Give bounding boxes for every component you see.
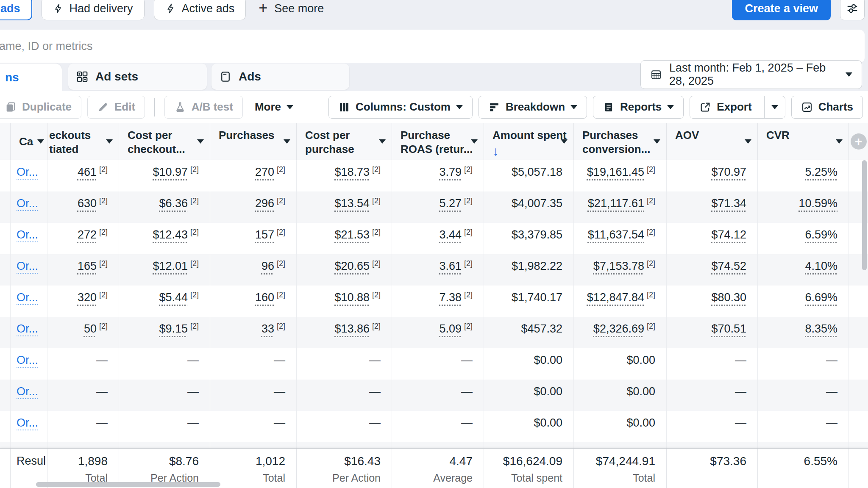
tab-ads[interactable]: Ads bbox=[211, 64, 349, 90]
cell-value[interactable]: 6.59% bbox=[805, 228, 837, 241]
vertical-scrollbar[interactable] bbox=[862, 160, 867, 270]
campaign-name-link[interactable]: Or... bbox=[11, 254, 47, 286]
cell-value[interactable]: $19,161.45 bbox=[587, 166, 644, 178]
cell-value[interactable]: 461 bbox=[78, 166, 97, 178]
chevron-down-icon[interactable] bbox=[561, 139, 568, 144]
cell-value[interactable]: $70.97 bbox=[711, 166, 746, 178]
chevron-down-icon[interactable] bbox=[654, 139, 660, 144]
cell-value[interactable]: $10.88 bbox=[334, 291, 370, 304]
chevron-down-icon[interactable] bbox=[37, 139, 44, 144]
cell-value[interactable]: 160 bbox=[255, 291, 274, 304]
cell-value[interactable]: 7.38 bbox=[439, 291, 462, 304]
cell-value[interactable]: 3.79 bbox=[439, 166, 462, 178]
cell-value[interactable]: $21,117.61 bbox=[588, 197, 644, 210]
cell-value[interactable]: 5.25% bbox=[805, 166, 837, 178]
cell-value[interactable]: 6.69% bbox=[805, 291, 837, 304]
duplicate-button[interactable]: Duplicate bbox=[0, 96, 81, 119]
horizontal-scrollbar[interactable] bbox=[36, 482, 220, 487]
cell-value[interactable]: $9.15 bbox=[159, 322, 188, 335]
cell-value[interactable]: 320 bbox=[78, 291, 97, 304]
filter-pill-all-ads[interactable]: l ads bbox=[0, 0, 32, 20]
campaign-name-link[interactable]: Or... bbox=[11, 317, 47, 348]
chevron-down-icon[interactable] bbox=[471, 139, 478, 144]
filter-pill-had-delivery[interactable]: Had delivery bbox=[42, 0, 145, 20]
cell-value[interactable]: $21.53 bbox=[334, 228, 370, 241]
cell-value[interactable]: $13.86 bbox=[334, 322, 370, 335]
chevron-down-icon[interactable] bbox=[745, 139, 751, 144]
cell-value[interactable]: $12,847.84 bbox=[587, 291, 644, 304]
column-header-campaign[interactable]: Ca bbox=[11, 123, 47, 160]
cell-value[interactable]: 3.61 bbox=[439, 260, 462, 272]
cell-value[interactable]: $12.01 bbox=[153, 260, 188, 272]
cell-value[interactable]: $13.54 bbox=[334, 197, 370, 210]
cell-value[interactable]: 50 bbox=[84, 322, 97, 335]
reports-button[interactable]: Reports bbox=[593, 96, 684, 119]
cell-value[interactable]: $10.97 bbox=[153, 166, 188, 178]
tab-campaigns[interactable]: ns bbox=[0, 64, 62, 92]
cell-value[interactable]: $70.51 bbox=[711, 322, 746, 335]
cell-value[interactable]: $20.65 bbox=[334, 260, 370, 272]
create-view-button[interactable]: Create a view bbox=[732, 0, 831, 20]
export-dropdown-toggle[interactable] bbox=[764, 96, 785, 118]
campaign-name-link[interactable]: Or... bbox=[11, 286, 47, 317]
cell-value[interactable]: 630 bbox=[78, 197, 97, 210]
cell-value[interactable]: 4.10% bbox=[805, 260, 837, 272]
cell-value[interactable]: 270 bbox=[255, 166, 274, 178]
campaign-name-link[interactable]: Or... bbox=[11, 442, 47, 448]
cell-value[interactable]: 165 bbox=[78, 260, 97, 272]
view-settings-button[interactable] bbox=[840, 0, 865, 20]
export-button[interactable]: Export bbox=[690, 96, 785, 119]
breakdown-button[interactable]: Breakdown bbox=[479, 96, 587, 119]
cell-value[interactable]: 96 bbox=[262, 260, 274, 272]
campaign-name-link[interactable]: Or... bbox=[11, 191, 47, 223]
campaign-name-link[interactable]: Or... bbox=[11, 223, 47, 254]
cell-value[interactable]: $18.73 bbox=[334, 166, 370, 178]
column-header-purchases[interactable]: Purchases bbox=[210, 123, 297, 160]
column-header-cvr[interactable]: CVR bbox=[758, 123, 849, 160]
cell-value[interactable]: 157 bbox=[255, 228, 274, 241]
column-header-purchase-roas[interactable]: PurchaseROAS (retur... bbox=[392, 123, 484, 160]
charts-button[interactable]: Charts bbox=[791, 96, 863, 119]
campaign-name-link[interactable]: Or... bbox=[11, 348, 47, 380]
cell-value[interactable]: 296 bbox=[255, 197, 274, 210]
chevron-down-icon[interactable] bbox=[379, 139, 386, 144]
cell-value[interactable]: 3.44 bbox=[439, 228, 462, 241]
cell-value[interactable]: 33 bbox=[262, 322, 274, 335]
chevron-down-icon[interactable] bbox=[284, 139, 290, 144]
cell-value[interactable]: $12.43 bbox=[153, 228, 188, 241]
cell-value[interactable]: $80.30 bbox=[711, 291, 746, 304]
column-header-aov[interactable]: AOV bbox=[667, 123, 758, 160]
chevron-down-icon[interactable] bbox=[197, 139, 204, 144]
cell-value[interactable]: 8.35% bbox=[805, 322, 837, 335]
column-header-purchases-conversion[interactable]: Purchasesconversion... bbox=[574, 123, 667, 160]
cell-value[interactable]: $71.34 bbox=[711, 197, 746, 210]
filter-pill-active-ads[interactable]: Active ads bbox=[154, 0, 246, 20]
see-more-button[interactable]: + See more bbox=[255, 0, 327, 20]
cell-value[interactable]: $2,326.69 bbox=[593, 322, 644, 335]
column-header-cost-per-checkout[interactable]: Cost percheckout... bbox=[119, 123, 210, 160]
columns-button[interactable]: Columns: Custom bbox=[328, 96, 473, 119]
cell-value[interactable]: $11,637.54 bbox=[588, 228, 644, 241]
cell-value[interactable]: $74.12 bbox=[711, 228, 746, 241]
cell-value[interactable]: 5.09 bbox=[439, 322, 462, 335]
campaign-name-link[interactable]: Or... bbox=[11, 380, 47, 411]
edit-button[interactable]: Edit bbox=[87, 96, 145, 119]
add-column-icon[interactable]: + bbox=[851, 133, 867, 150]
cell-value[interactable]: 5.27 bbox=[439, 197, 462, 210]
column-header-cost-per-purchase[interactable]: Cost perpurchase bbox=[297, 123, 392, 160]
column-header-amount-spent[interactable]: Amount spent↓ bbox=[484, 123, 574, 160]
column-header-checkouts-initiated[interactable]: eckoutstiated bbox=[47, 123, 119, 160]
search-bar[interactable]: ame, ID or metrics bbox=[0, 30, 865, 63]
tab-ad-sets[interactable]: Ad sets bbox=[68, 64, 207, 90]
date-range-picker[interactable]: Last month: Feb 1, 2025 – Feb 28, 2025 bbox=[640, 60, 862, 89]
cell-value[interactable]: $6.36 bbox=[159, 197, 188, 210]
sort-desc-icon[interactable]: ↓ bbox=[492, 143, 568, 159]
cell-value[interactable]: $74.52 bbox=[711, 260, 746, 272]
ab-test-button[interactable]: A/B test bbox=[164, 96, 243, 119]
campaign-name-link[interactable]: Or... bbox=[11, 160, 47, 191]
cell-value[interactable]: 272 bbox=[78, 228, 97, 241]
cell-value[interactable]: 10.59% bbox=[798, 197, 837, 210]
chevron-down-icon[interactable] bbox=[106, 139, 113, 144]
more-button[interactable]: More bbox=[249, 96, 299, 119]
cell-value[interactable]: $7,153.78 bbox=[593, 260, 644, 272]
